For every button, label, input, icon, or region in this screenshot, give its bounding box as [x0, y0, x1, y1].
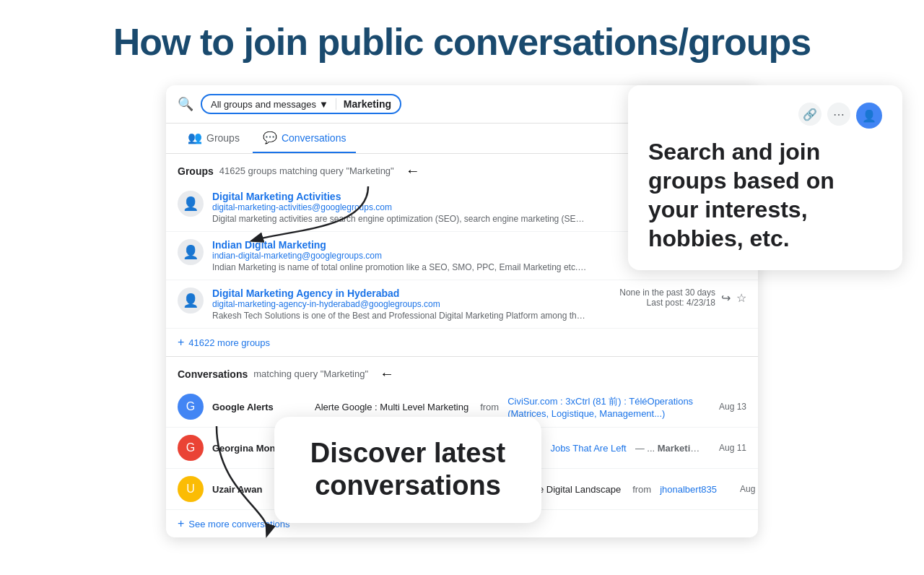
plus-icon: + — [178, 336, 184, 349]
search-pill[interactable]: All groups and messages ▼ Marketing — [201, 94, 401, 114]
tab-conversations-label: Conversations — [282, 132, 346, 144]
more-groups-link[interactable]: + 41622 more groups — [166, 329, 758, 357]
group-info: Digital Marketing Agency in Hyderabad di… — [212, 288, 611, 321]
star-icon[interactable]: ☆ — [736, 291, 746, 305]
group-activity: None in the past 30 days Last post: 4/23… — [619, 288, 715, 308]
group-desc: Rakesh Tech Solutions is one of the Best… — [212, 311, 588, 321]
avatar: U — [178, 476, 204, 502]
user-avatar-icon: 👤 — [862, 109, 876, 123]
group-name: Indian Digital Marketing — [212, 239, 627, 251]
avatar: G — [178, 394, 204, 420]
avatar: G — [178, 435, 204, 461]
more-options-icon: ⋯ — [833, 108, 845, 121]
see-more-label: See more conversations — [188, 519, 289, 529]
avatar: 👤 — [178, 288, 204, 314]
avatar-letter: G — [186, 400, 195, 413]
conv-date: Aug 13 — [740, 484, 758, 494]
group-info: Digital Marketing Activities digital-mar… — [212, 191, 674, 224]
content-area: 🔍 All groups and messages ▼ Marketing ✕ … — [0, 78, 924, 545]
callout-text: Search and join groups based on your int… — [648, 137, 882, 253]
group-item[interactable]: 👤 Digital Marketing Agency in Hyderabad … — [166, 280, 758, 329]
groups-count: 41625 groups matching query "Marketing" — [219, 165, 394, 176]
group-desc: Indian Marketing is name of total online… — [212, 262, 588, 272]
search-query: Marketing — [344, 98, 391, 110]
group-info: Indian Digital Marketing indian-digital-… — [212, 239, 627, 272]
groups-arrow-annotation: ← — [406, 163, 420, 179]
bottom-callout-text: Discover latest conversations — [297, 437, 518, 503]
conversations-query-label: matching query "Marketing" — [253, 368, 368, 379]
avatar-letter: U — [186, 483, 195, 496]
groups-tab-icon: 👥 — [188, 131, 202, 144]
share-icon: 🔗 — [803, 108, 817, 121]
conv-group-link[interactable]: CiviSur.com : 3xCtrl (81 前) : TéléOperat… — [507, 395, 696, 419]
tab-groups-label: Groups — [206, 132, 240, 144]
conversations-section-header: Conversations matching query "Marketing"… — [166, 357, 758, 386]
group-email: digital-marketing-activities@googlegroup… — [212, 202, 674, 212]
search-icon: 🔍 — [178, 96, 193, 112]
conv-from-label: from — [632, 484, 651, 495]
conv-from-label: from — [480, 402, 499, 412]
tab-groups[interactable]: 👥 Groups — [178, 124, 250, 153]
avatar-letter: G — [186, 441, 195, 454]
search-divider — [336, 98, 336, 110]
dropdown-chevron-icon: ▼ — [319, 99, 328, 110]
group-desc: Digital marketing activities are search … — [212, 214, 588, 224]
avatar: 👤 — [178, 191, 204, 217]
groups-label: Groups — [178, 165, 214, 177]
conv-date: Aug 13 — [719, 402, 746, 412]
tab-conversations[interactable]: 💬 Conversations — [253, 124, 357, 153]
avatar: 👤 — [178, 239, 204, 265]
right-callout: 🔗 ⋯ 👤 Search and join groups based on yo… — [628, 85, 902, 270]
conv-date: Aug 11 — [719, 443, 746, 453]
conv-group-link[interactable]: jhonalbert835 — [660, 484, 717, 495]
join-icon: ↪ — [721, 291, 731, 305]
page-title: How to join public conversations/groups — [0, 0, 924, 78]
conversations-arrow-annotation: ← — [380, 366, 394, 382]
group-name: Digital Marketing Agency in Hyderabad — [212, 288, 611, 299]
bottom-callout: Discover latest conversations — [274, 417, 541, 523]
group-name: Digital Marketing Activities — [212, 191, 674, 202]
conv-subject: Alerte Google : Multi Level Marketing — [315, 402, 468, 412]
conv-group-link[interactable]: Jobs That Are Left — [550, 443, 626, 454]
dropdown-label: All groups and messages — [211, 99, 316, 110]
conversations-tab-icon: 💬 — [263, 131, 277, 144]
conversations-label: Conversations — [178, 368, 248, 380]
conv-sender: Google Alerts — [212, 402, 306, 412]
group-email: digital-marketing-agency-in-hyderabad@go… — [212, 299, 611, 309]
user-avatar[interactable]: 👤 — [856, 103, 882, 129]
group-email: indian-digital-marketing@googlegroups.co… — [212, 251, 627, 261]
plus-icon: + — [178, 517, 184, 530]
search-dropdown[interactable]: All groups and messages ▼ — [211, 99, 328, 110]
callout-header: 🔗 ⋯ 👤 — [648, 103, 882, 129]
share-icon-button[interactable]: 🔗 — [798, 103, 821, 126]
more-options-button[interactable]: ⋯ — [827, 103, 850, 126]
more-groups-label: 41622 more groups — [188, 337, 270, 348]
conv-snippet: — ... Marketing and Communications to ex… — [635, 443, 705, 454]
